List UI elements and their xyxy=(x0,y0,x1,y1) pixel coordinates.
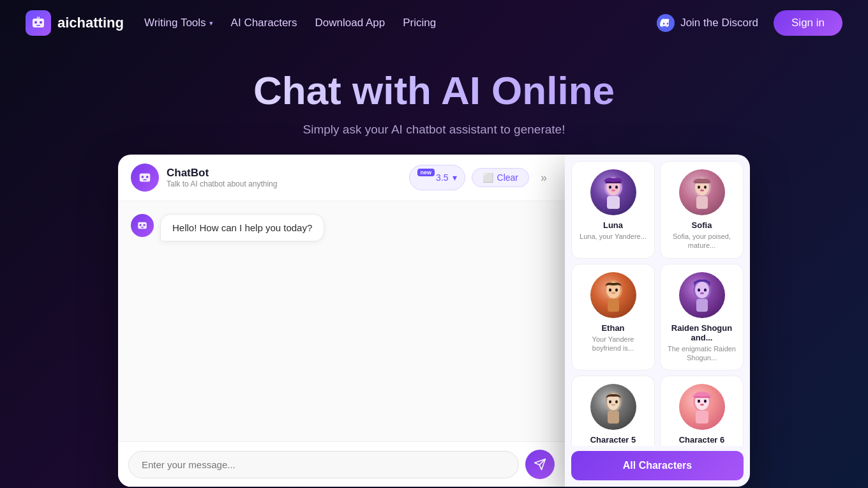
writing-tools-link[interactable]: Writing Tools ▾ xyxy=(144,17,213,29)
chat-header-right: new 3.5 ▾ ⬜ Clear » xyxy=(409,165,552,190)
pricing-label: Pricing xyxy=(403,17,436,29)
ethan-avatar xyxy=(590,272,636,318)
svg-rect-31 xyxy=(608,299,619,312)
luna-desc: Luna, your Yandere... xyxy=(577,232,649,241)
nav-left: aichatting Writing Tools ▾ AI Characters… xyxy=(26,10,436,36)
sofia-avatar xyxy=(679,169,725,215)
character-card-5[interactable]: Character 5 Mysterious character... xyxy=(571,376,655,446)
main-content: ChatBot Talk to AI chatbot about anythin… xyxy=(0,155,868,487)
luna-name: Luna xyxy=(577,220,649,230)
sofia-name: Sofia xyxy=(666,220,738,230)
discord-button[interactable]: Join the Discord xyxy=(657,14,758,32)
svg-point-46 xyxy=(704,400,707,403)
send-button[interactable] xyxy=(525,450,555,479)
chat-bot-info: ChatBot Talk to AI chatbot about anythin… xyxy=(131,164,277,192)
svg-point-24 xyxy=(704,186,707,189)
signin-button[interactable]: Sign in xyxy=(774,10,842,36)
char6-name: Character 6 xyxy=(666,435,738,445)
ai-characters-label: AI Characters xyxy=(231,17,297,29)
nav-links: Writing Tools ▾ AI Characters Download A… xyxy=(144,17,436,29)
svg-rect-42 xyxy=(608,411,619,423)
chat-panel: ChatBot Talk to AI chatbot about anythin… xyxy=(118,155,565,487)
ethan-name: Ethan xyxy=(577,323,649,333)
svg-rect-26 xyxy=(696,196,708,209)
svg-point-40 xyxy=(609,400,611,404)
svg-point-2 xyxy=(40,21,42,24)
chat-bot-text: ChatBot Talk to AI chatbot about anythin… xyxy=(167,167,277,188)
luna-avatar xyxy=(590,169,636,215)
svg-point-9 xyxy=(146,176,149,178)
chat-bot-name: ChatBot xyxy=(167,167,277,179)
svg-point-34 xyxy=(698,288,700,291)
raiden-avatar xyxy=(679,272,725,318)
svg-rect-7 xyxy=(140,174,151,182)
svg-point-25 xyxy=(700,190,704,192)
svg-rect-10 xyxy=(143,179,147,180)
svg-rect-11 xyxy=(138,222,147,229)
character-card-6[interactable]: Character 6 Cheerful anime companion... xyxy=(660,376,744,446)
bot-message-avatar xyxy=(131,214,154,237)
version-label: 3.5 xyxy=(436,172,448,183)
svg-point-41 xyxy=(615,400,618,404)
character-card-sofia[interactable]: Sofia Sofia, your poised, mature... xyxy=(660,161,744,259)
svg-point-18 xyxy=(615,186,618,189)
svg-point-33 xyxy=(695,282,709,298)
character-card-raiden[interactable]: Raiden Shogun and... The enigmatic Raide… xyxy=(660,264,744,371)
new-badge: new xyxy=(417,169,435,176)
svg-rect-37 xyxy=(696,299,708,312)
bot-greeting-bubble: Hello! How can I help you today? xyxy=(160,214,324,241)
version-chevron-icon: ▾ xyxy=(453,172,457,183)
brand-name: aichatting xyxy=(57,15,124,31)
navbar: aichatting Writing Tools ▾ AI Characters… xyxy=(0,0,868,46)
svg-rect-4 xyxy=(37,17,38,19)
clear-button[interactable]: ⬜ Clear xyxy=(472,168,529,187)
svg-rect-0 xyxy=(33,19,44,27)
characters-panel: Luna Luna, your Yandere... xyxy=(565,155,750,487)
svg-point-45 xyxy=(698,400,700,403)
svg-point-30 xyxy=(615,288,618,291)
svg-point-29 xyxy=(609,288,611,291)
svg-point-13 xyxy=(144,224,146,226)
writing-tools-label: Writing Tools xyxy=(144,17,206,29)
character-card-luna[interactable]: Luna Luna, your Yandere... xyxy=(571,161,655,259)
svg-rect-14 xyxy=(141,227,144,227)
sofia-desc: Sofia, your poised, mature... xyxy=(666,232,738,250)
chat-header: ChatBot Talk to AI chatbot about anythin… xyxy=(118,155,565,201)
ai-characters-link[interactable]: AI Characters xyxy=(231,17,297,29)
logo-icon xyxy=(26,10,51,36)
hero-section: Chat with AI Online Simply ask your AI c… xyxy=(0,46,868,155)
logo[interactable]: aichatting xyxy=(26,10,124,36)
nav-right: Join the Discord Sign in xyxy=(657,10,842,36)
svg-rect-5 xyxy=(39,17,40,19)
svg-point-8 xyxy=(142,176,144,178)
download-app-link[interactable]: Download App xyxy=(315,17,385,29)
chat-bot-avatar xyxy=(131,164,159,192)
chat-input-area xyxy=(118,441,565,487)
character-card-ethan[interactable]: Ethan Your Yandere boyfriend is... xyxy=(571,264,655,371)
clear-label: Clear xyxy=(497,172,518,183)
raiden-desc: The enigmatic Raiden Shogun... xyxy=(666,344,738,363)
svg-point-23 xyxy=(698,186,700,189)
svg-point-19 xyxy=(611,190,615,192)
clear-icon: ⬜ xyxy=(483,172,493,183)
svg-point-36 xyxy=(700,292,704,294)
version-selector[interactable]: new 3.5 ▾ xyxy=(409,165,465,190)
chevron-down-icon: ▾ xyxy=(209,19,213,27)
svg-point-47 xyxy=(700,404,704,406)
hero-subtitle: Simply ask your AI chatbot assistant to … xyxy=(0,123,868,137)
send-icon xyxy=(534,458,546,471)
discord-icon xyxy=(657,14,675,32)
characters-grid: Luna Luna, your Yandere... xyxy=(565,155,750,446)
ethan-desc: Your Yandere boyfriend is... xyxy=(577,335,649,353)
chat-bot-desc: Talk to AI chatbot about anything xyxy=(167,179,277,188)
chat-input[interactable] xyxy=(128,451,519,478)
discord-label: Join the Discord xyxy=(680,17,758,29)
pricing-link[interactable]: Pricing xyxy=(403,17,436,29)
char5-avatar xyxy=(590,384,636,430)
svg-point-35 xyxy=(704,288,707,291)
chat-messages: Hello! How can I help you today? xyxy=(118,201,565,441)
svg-point-12 xyxy=(140,224,142,226)
char5-name: Character 5 xyxy=(577,435,649,445)
all-characters-button[interactable]: All Characters xyxy=(571,451,744,480)
expand-icon[interactable]: » xyxy=(535,169,552,187)
